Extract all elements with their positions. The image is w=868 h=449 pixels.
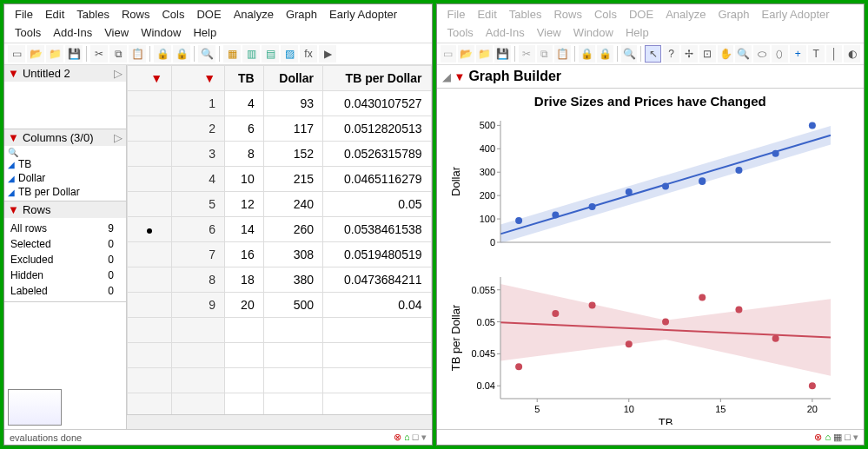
cell[interactable]: 18 [225,267,264,293]
table-name-header[interactable]: ▼ Untitled 2 ▷ [4,65,126,82]
chevron-down-icon[interactable]: ▾ [421,432,427,442]
cell[interactable]: 6 [225,116,264,142]
menu-analyze[interactable]: Analyze [660,6,711,23]
text-icon[interactable]: T [808,45,825,63]
cell[interactable]: 12 [225,192,264,217]
cell[interactable]: 0.0538461538 [323,217,432,242]
close-icon[interactable]: ⊗ [814,432,822,442]
new-icon[interactable]: ▭ [8,45,25,63]
rows-summary-item[interactable]: Selected0 [10,237,121,251]
cell[interactable]: 0.0430107527 [323,91,432,116]
rows-header[interactable]: ▼ Rows [4,201,126,218]
pointer-icon[interactable]: ↖ [645,45,661,63]
cell[interactable]: 0.0465116279 [323,167,432,192]
cell[interactable]: 20 [225,293,264,318]
menu-help[interactable]: Help [620,24,654,41]
cell[interactable]: 380 [263,267,322,293]
cell[interactable]: 0.05 [323,192,432,217]
graph-builder-header[interactable]: ◢ ▼ Graph Builder [437,65,865,89]
grid-icon[interactable]: ▦ [833,432,842,442]
cell[interactable]: 10 [225,167,264,192]
cut-icon[interactable]: ✂ [90,45,108,63]
chart-area[interactable]: Drive Sizes and Prices have Changed 0100… [437,89,865,429]
menu-doe[interactable]: DOE [191,6,226,23]
menu-view[interactable]: View [99,24,134,41]
table-row[interactable]: 4102150.0465116279 [128,167,432,192]
cell[interactable]: 240 [263,192,322,217]
menu-tools[interactable]: Tools [10,24,46,41]
column-item[interactable]: ◢Dollar [8,171,123,185]
help-icon[interactable]: ? [663,45,679,63]
copy-icon[interactable]: ⧉ [537,45,553,63]
rows-summary-item[interactable]: Hidden0 [10,268,121,282]
open2-icon[interactable]: 📁 [476,45,493,63]
menu-early-adopter[interactable]: Early Adopter [757,6,835,23]
cell[interactable]: 152 [263,142,322,167]
menu-graph[interactable]: Graph [281,6,322,23]
rows-summary-item[interactable]: Labeled0 [10,284,121,298]
table-row[interactable]: 5122400.05 [128,192,432,217]
column-item[interactable]: ◢TB [8,157,123,171]
menu-help[interactable]: Help [188,24,222,41]
menu-early-adopter[interactable]: Early Adopter [324,6,402,23]
red-triangle-icon[interactable]: ▼ [454,70,466,83]
menu-rows[interactable]: Rows [116,6,156,23]
paste-icon[interactable]: 📋 [129,45,146,63]
menu-add-ins[interactable]: Add-Ins [48,24,97,41]
table-row[interactable]: 14930.0430107527 [128,91,432,116]
disclosure-icon[interactable]: ◢ [442,70,451,83]
search-icon[interactable]: 🔍 [621,45,638,63]
cell[interactable]: 0.0526315789 [323,142,432,167]
copy-icon[interactable]: ⧉ [109,45,127,63]
line-icon[interactable]: │ [826,45,843,63]
menu-tables[interactable]: Tables [71,6,115,23]
menu-window[interactable]: Window [568,24,619,41]
table-row[interactable]: 9205000.04 [128,293,432,318]
menu-file[interactable]: File [442,6,471,23]
save-icon[interactable]: 💾 [65,45,83,63]
horizontal-scrollbar[interactable] [127,414,432,429]
disclosure-icon[interactable]: ▼ [8,67,19,80]
columns-header[interactable]: ▼ Columns (3/0) ▷ [4,129,126,146]
menu-cols[interactable]: Cols [156,6,189,23]
menu-doe[interactable]: DOE [624,6,659,23]
paste-icon[interactable]: 📋 [554,45,571,63]
home-icon[interactable]: ⌂ [825,432,832,442]
cell[interactable]: 215 [263,167,322,192]
chevron-right-icon[interactable]: ▷ [114,67,123,80]
brush-icon[interactable]: ⬯ [772,45,788,63]
menu-analyze[interactable]: Analyze [229,6,279,23]
menu-add-ins[interactable]: Add-Ins [480,24,530,41]
menu-edit[interactable]: Edit [472,6,501,23]
open-icon[interactable]: 📂 [27,45,44,63]
cell[interactable]: 117 [263,116,322,142]
col-header[interactable]: Dollar [263,66,322,91]
menu-window[interactable]: Window [136,24,186,41]
menu-view[interactable]: View [532,24,567,41]
cell[interactable]: 4 [225,91,264,116]
hand-icon[interactable]: ✋ [718,45,734,63]
table-row[interactable]: 381520.0526315789 [128,142,432,167]
plus-icon[interactable]: + [790,45,806,63]
disclosure-icon[interactable]: ▼ [8,203,19,216]
cell[interactable]: 0.0473684211 [323,267,432,293]
rows-summary-item[interactable]: All rows9 [10,221,121,235]
scroll-icon[interactable]: ⊡ [699,45,716,63]
crosshair-icon[interactable]: ✢ [681,45,698,63]
zoom-icon[interactable]: 🔍 [735,45,752,63]
chevron-right-icon[interactable]: ▷ [114,131,123,144]
table-row[interactable]: 6142600.0538461538 [128,217,432,242]
cut-icon[interactable]: ✂ [519,45,535,63]
table-icon[interactable]: ▦ [223,45,241,63]
square-icon[interactable]: □ [845,432,851,442]
menu-cols[interactable]: Cols [589,6,622,23]
col-header[interactable]: TB per Dollar [323,66,432,91]
col-header[interactable]: TB [225,66,264,91]
close-icon[interactable]: ⊗ [394,432,401,442]
lasso-icon[interactable]: ⬭ [753,45,770,63]
column-item[interactable]: ◢TB per Dollar [8,185,123,199]
table-row[interactable]: 8183800.0473684211 [128,267,432,293]
menu-tables[interactable]: Tables [504,6,547,23]
chevron-down-icon[interactable]: ▾ [853,432,858,442]
fit-icon[interactable]: ▤ [262,45,279,63]
